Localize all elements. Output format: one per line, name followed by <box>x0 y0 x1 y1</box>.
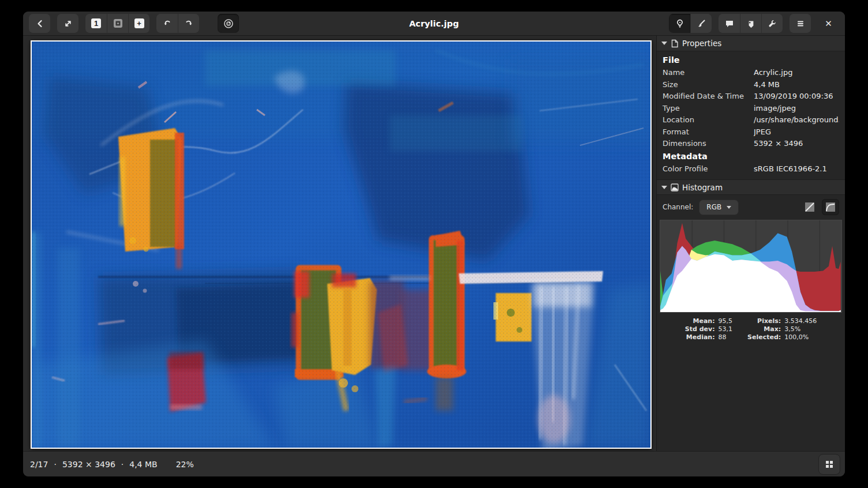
histogram-expander[interactable]: Histogram <box>657 179 845 195</box>
histogram-scale-buttons <box>801 199 839 215</box>
histogram-expander-label: Histogram <box>682 183 723 192</box>
menu-icon <box>796 19 805 28</box>
document-properties-icon <box>671 39 679 48</box>
rotate-left-button[interactable] <box>156 14 178 33</box>
zoom-fit-button[interactable] <box>107 14 128 33</box>
stat-label: Max: <box>747 325 781 333</box>
tag-button[interactable] <box>740 14 761 33</box>
histogram-stats-left: Mean:95,5 Std dev:53,1 Median:88 <box>685 317 732 341</box>
rotate-left-icon <box>163 19 172 28</box>
channel-dropdown-value: RGB <box>706 203 721 211</box>
statusbar-dimensions: 5392 × 3496 <box>62 460 115 469</box>
edit-button[interactable] <box>690 14 712 33</box>
property-row: Modified Date & Time13/09/2019 00:09:36 <box>663 91 839 103</box>
property-row: FormatJPEG <box>663 126 839 138</box>
statusbar-zoom-level: 22% <box>176 460 194 469</box>
annotation-group <box>719 14 783 33</box>
rotate-button-group <box>156 14 199 33</box>
logarithmic-histogram-icon <box>825 202 836 212</box>
channel-label: Channel: <box>663 203 693 211</box>
properties-sidebar: Properties File NameAcrylic.jpg Size4,4 … <box>656 36 845 451</box>
fullscreen-button[interactable] <box>57 14 78 33</box>
desktop: 1 + Acrylic.jpg <box>0 0 868 488</box>
lens-icon <box>223 18 234 29</box>
stat-value: 3.534.456 <box>784 317 817 325</box>
property-row: Dimensions5392 × 3496 <box>663 138 839 150</box>
chevron-down-icon <box>727 206 731 209</box>
comment-icon <box>725 19 734 28</box>
stat-label: Median: <box>685 333 715 341</box>
file-section-header: File <box>663 54 839 67</box>
stat-value: 88 <box>719 333 733 341</box>
image-viewer-canvas[interactable] <box>23 36 656 451</box>
zoom-button-group: 1 + <box>85 14 149 33</box>
histogram-canvas <box>660 220 841 312</box>
stat-label: Std dev: <box>685 325 715 333</box>
toolbar-right: ✕ <box>669 14 839 33</box>
lightbulb-icon <box>675 19 684 28</box>
tools-button[interactable] <box>761 14 783 33</box>
grid-view-icon <box>825 460 834 469</box>
statusbar-separator: · <box>121 460 124 469</box>
property-row: Location/usr/share/background... <box>663 114 839 126</box>
zoom-fit-icon <box>113 18 123 28</box>
stat-label: Pixels: <box>747 317 781 325</box>
statusbar-separator: · <box>54 460 56 469</box>
rotate-right-button[interactable] <box>178 14 199 33</box>
stat-value: 3,5% <box>784 325 817 333</box>
property-row: NameAcrylic.jpg <box>663 67 839 79</box>
wrench-icon <box>768 19 777 28</box>
brush-icon <box>697 19 706 28</box>
histogram-plot <box>660 220 842 313</box>
histogram-stats: Mean:95,5 Std dev:53,1 Median:88 Pixels:… <box>657 313 845 347</box>
histogram-stats-right: Pixels:3.534.456 Max:3,5% Selected:100,0… <box>747 317 817 341</box>
lens-toggle-button[interactable] <box>218 14 239 33</box>
fullscreen-icon <box>63 19 73 28</box>
linear-histogram-icon <box>805 202 815 212</box>
tag-icon <box>746 19 755 28</box>
statusbar: 2/17 · 5392 × 3496 · 4,4 MB 22% <box>23 451 845 476</box>
thumbnail-grid-button[interactable] <box>818 454 840 475</box>
metadata-section-header: Metadata <box>663 150 839 163</box>
expander-arrow-icon <box>661 42 667 45</box>
toolbar-left: 1 + <box>29 14 239 33</box>
stat-value: 100,0% <box>784 333 817 341</box>
stat-label: Mean: <box>685 317 715 325</box>
properties-toggle-button[interactable] <box>669 14 690 33</box>
back-button[interactable] <box>29 14 50 33</box>
zoom-in-icon: + <box>134 18 144 28</box>
property-row: Size4,4 MB <box>663 79 839 91</box>
properties-expander-label: Properties <box>682 39 721 48</box>
stat-value: 95,5 <box>719 317 733 325</box>
content-area: Properties File NameAcrylic.jpg Size4,4 … <box>23 36 845 451</box>
expander-arrow-icon <box>661 186 667 189</box>
paint-canvas-weave <box>32 42 650 448</box>
statusbar-file-size: 4,4 MB <box>129 460 157 469</box>
property-row: Color ProfilesRGB IEC61966-2.1 <box>663 163 839 175</box>
zoom-original-icon: 1 <box>91 18 101 28</box>
stat-value: 53,1 <box>719 325 733 333</box>
logarithmic-scale-button[interactable] <box>822 199 839 215</box>
property-row: Typeimage/jpeg <box>663 103 839 115</box>
rotate-right-icon <box>184 19 193 28</box>
zoom-original-button[interactable]: 1 <box>85 14 107 33</box>
histogram-section-icon <box>671 183 679 192</box>
comment-button[interactable] <box>719 14 740 33</box>
titlebar: 1 + Acrylic.jpg <box>23 12 845 36</box>
linear-scale-button[interactable] <box>801 199 818 215</box>
menu-button[interactable] <box>790 14 811 33</box>
acrylic-painting-image <box>32 42 650 448</box>
stat-label: Selected: <box>747 333 781 341</box>
image-viewer-window: 1 + Acrylic.jpg <box>23 12 845 476</box>
properties-expander[interactable]: Properties <box>657 36 845 51</box>
histogram-controls: Channel: RGB <box>657 195 845 219</box>
properties-panel: File NameAcrylic.jpg Size4,4 MB Modified… <box>657 51 845 179</box>
zoom-in-button[interactable]: + <box>128 14 149 33</box>
channel-dropdown[interactable]: RGB <box>699 200 739 215</box>
close-button[interactable]: ✕ <box>818 14 839 33</box>
image-frame <box>31 40 652 449</box>
back-icon <box>35 19 44 28</box>
statusbar-position: 2/17 <box>30 460 48 469</box>
view-mode-group <box>669 14 712 33</box>
